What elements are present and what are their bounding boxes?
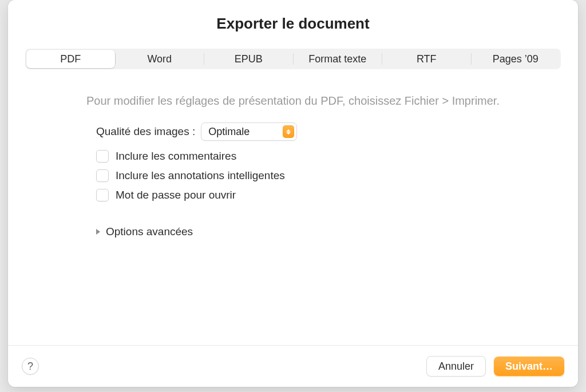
image-quality-row: Qualité des images : Optimale	[96, 122, 561, 141]
advanced-options-disclosure[interactable]: Options avancées	[96, 225, 561, 238]
pdf-options-form: Qualité des images : Optimale Inclure le…	[96, 122, 561, 238]
include-comments-row: Inclure les commentaires	[96, 150, 561, 163]
export-dialog: Exporter le document PDF Word EPUB Forma…	[8, 0, 578, 387]
help-button[interactable]: ?	[22, 358, 39, 375]
include-comments-label: Inclure les commentaires	[116, 150, 236, 163]
tab-label: Word	[147, 53, 172, 65]
tab-pages09[interactable]: Pages ’09	[472, 50, 560, 68]
dialog-footer: ? Annuler Suivant…	[8, 345, 578, 387]
cancel-button[interactable]: Annuler	[426, 356, 486, 377]
include-smart-annotations-checkbox[interactable]	[96, 169, 109, 182]
password-checkbox[interactable]	[96, 189, 109, 201]
dialog-title: Exporter le document	[8, 15, 578, 33]
chevron-right-icon	[96, 229, 100, 235]
advanced-options-label: Options avancées	[106, 225, 193, 238]
next-button[interactable]: Suivant…	[494, 357, 564, 376]
tab-pdf[interactable]: PDF	[26, 50, 115, 68]
dialog-body: Pour modifier les réglages de présentati…	[8, 69, 578, 345]
image-quality-label: Qualité des images :	[96, 125, 195, 138]
tab-label: RTF	[417, 53, 437, 65]
help-icon: ?	[27, 361, 33, 373]
tab-rtf[interactable]: RTF	[382, 50, 471, 68]
tab-word[interactable]: Word	[116, 50, 204, 68]
tab-text[interactable]: Format texte	[294, 50, 382, 68]
next-button-label: Suivant…	[505, 361, 553, 373]
tab-label: PDF	[60, 53, 81, 65]
updown-arrows-icon	[283, 125, 294, 138]
password-label: Mot de passe pour ouvrir	[116, 189, 236, 201]
password-row: Mot de passe pour ouvrir	[96, 189, 561, 201]
tab-label: EPUB	[235, 53, 263, 65]
format-tabs: PDF Word EPUB Format texte RTF Pages ’09	[25, 49, 561, 69]
image-quality-popup[interactable]: Optimale	[201, 122, 297, 141]
include-comments-checkbox[interactable]	[96, 150, 109, 163]
cancel-button-label: Annuler	[438, 361, 474, 373]
include-smart-annotations-label: Inclure les annotations intelligentes	[116, 169, 285, 182]
include-smart-annotations-row: Inclure les annotations intelligentes	[96, 169, 561, 182]
tab-epub[interactable]: EPUB	[204, 50, 293, 68]
image-quality-value: Optimale	[208, 126, 250, 138]
tab-label: Format texte	[308, 53, 366, 65]
tab-label: Pages ’09	[493, 53, 539, 65]
pdf-layout-hint: Pour modifier les réglages de présentati…	[25, 94, 561, 108]
